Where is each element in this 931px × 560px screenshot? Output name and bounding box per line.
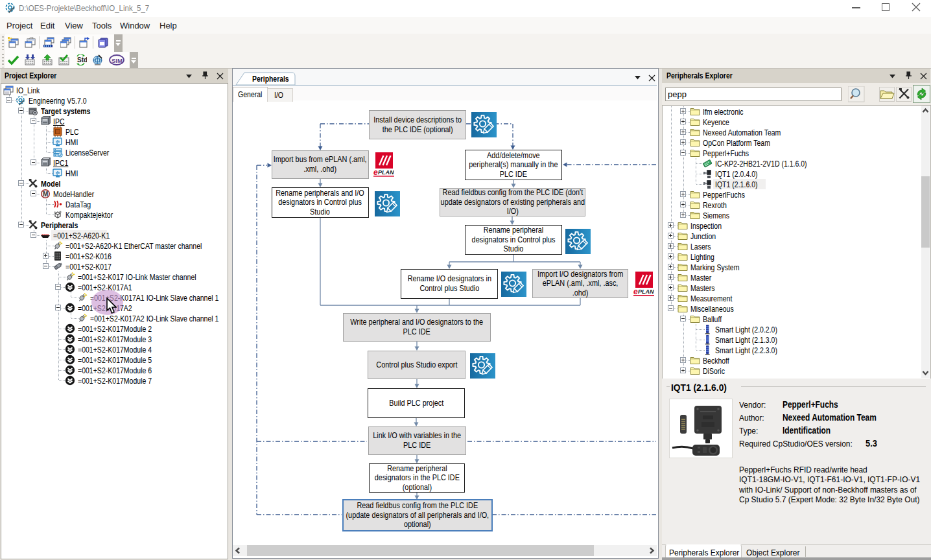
- svg-text:e: e: [373, 168, 378, 177]
- svg-text:Std: Std: [77, 56, 87, 64]
- svg-text:e: e: [633, 287, 638, 296]
- svg-text:PLAN: PLAN: [638, 288, 654, 295]
- svg-text:PLAN: PLAN: [378, 169, 394, 176]
- svg-text:M: M: [43, 191, 48, 198]
- svg-text:SIM: SIM: [112, 57, 123, 64]
